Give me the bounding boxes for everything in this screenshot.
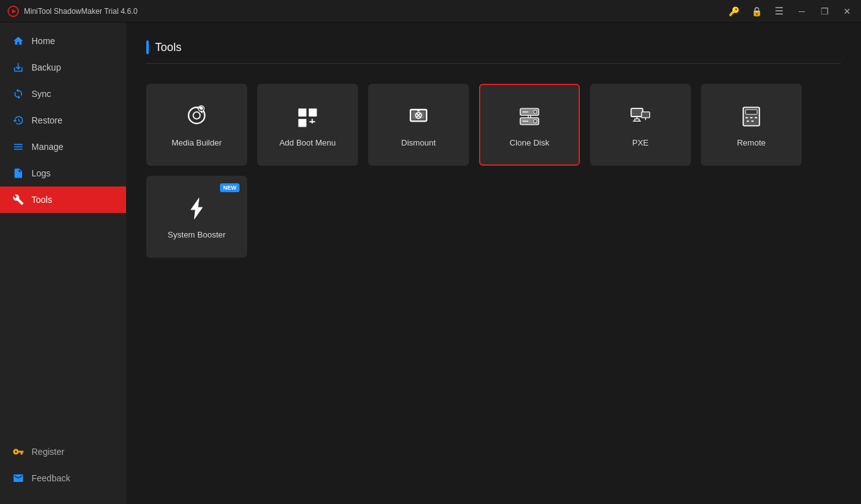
- tool-card-label-system-booster: System Booster: [168, 230, 226, 239]
- tool-card-label-dismount: Dismount: [402, 138, 436, 147]
- sidebar-item-restore[interactable]: Restore: [0, 107, 126, 134]
- sidebar-item-feedback[interactable]: Feedback: [0, 465, 126, 491]
- key-icon[interactable]: 🔑: [727, 5, 740, 18]
- tool-card-label-add-boot-menu: Add Boot Menu: [279, 138, 336, 147]
- system-booster-icon: [183, 195, 211, 222]
- sidebar: Home Backup Sync Restore: [0, 23, 126, 504]
- svg-rect-23: [642, 112, 650, 117]
- content-area: Tools Media Builder: [126, 23, 861, 504]
- svg-point-20: [533, 119, 537, 123]
- page-title-row: Tools: [146, 40, 841, 64]
- sidebar-label-home: Home: [32, 36, 55, 46]
- menu-icon[interactable]: ☰: [773, 5, 785, 18]
- sidebar-label-tools: Tools: [32, 195, 52, 205]
- new-badge: NEW: [220, 183, 240, 192]
- tool-card-remote[interactable]: Remote: [701, 84, 802, 166]
- pxe-icon: [627, 103, 654, 130]
- title-bar: MiniTool ShadowMaker Trial 4.6.0 🔑 🔒 ☰ ─…: [0, 0, 861, 23]
- home-icon: [13, 35, 24, 47]
- sidebar-label-register: Register: [32, 447, 64, 457]
- sidebar-label-restore: Restore: [32, 115, 62, 125]
- svg-point-17: [533, 110, 537, 113]
- tool-card-label-remote: Remote: [737, 138, 766, 147]
- register-icon: [13, 446, 24, 457]
- sidebar-item-tools[interactable]: Tools: [0, 186, 126, 213]
- svg-rect-9: [309, 121, 315, 122]
- sidebar-bottom: Register Feedback: [0, 438, 126, 504]
- tool-card-add-boot-menu[interactable]: Add Boot Menu: [257, 84, 358, 166]
- tools-grid: Media Builder Add Boot Menu: [146, 84, 841, 258]
- svg-rect-32: [746, 110, 757, 114]
- sidebar-item-manage[interactable]: Manage: [0, 134, 126, 160]
- dismount-icon: [405, 103, 432, 130]
- sidebar-label-backup: Backup: [32, 62, 61, 72]
- restore-icon: [13, 115, 24, 126]
- svg-rect-22: [631, 108, 642, 117]
- svg-rect-7: [298, 118, 306, 127]
- minimize-button[interactable]: ─: [795, 5, 808, 18]
- sidebar-item-backup[interactable]: Backup: [0, 54, 126, 81]
- lock-icon[interactable]: 🔒: [750, 5, 763, 18]
- sidebar-item-sync[interactable]: Sync: [0, 81, 126, 107]
- sidebar-item-home[interactable]: Home: [0, 28, 126, 54]
- page-title: Tools: [155, 41, 182, 54]
- sidebar-label-feedback: Feedback: [32, 473, 70, 483]
- tool-card-system-booster[interactable]: NEW System Booster: [146, 176, 247, 258]
- window-controls: 🔑 🔒 ☰ ─ ❐ ✕: [727, 5, 853, 18]
- sidebar-label-logs: Logs: [32, 168, 50, 178]
- feedback-icon: [13, 472, 24, 484]
- tool-card-pxe[interactable]: PXE: [590, 84, 691, 166]
- remote-icon: [737, 103, 765, 130]
- title-accent-bar: [146, 40, 149, 54]
- clone-disk-icon: [516, 103, 543, 130]
- tools-icon: [13, 194, 24, 205]
- restore-button[interactable]: ❐: [818, 5, 831, 18]
- svg-marker-1: [12, 9, 16, 13]
- sidebar-item-logs[interactable]: Logs: [0, 160, 126, 186]
- tool-card-label-clone-disk: Clone Disk: [510, 138, 550, 147]
- app-title: MiniTool ShadowMaker Trial 4.6.0: [24, 7, 137, 16]
- tool-card-clone-disk[interactable]: Clone Disk: [479, 84, 580, 166]
- app-icon: [8, 6, 19, 17]
- svg-rect-5: [298, 108, 306, 117]
- tool-card-label-media-builder: Media Builder: [171, 138, 222, 147]
- svg-rect-6: [309, 108, 317, 117]
- main-layout: Home Backup Sync Restore: [0, 23, 861, 504]
- media-builder-icon: [183, 103, 211, 130]
- add-boot-menu-icon: [294, 103, 321, 130]
- close-button[interactable]: ✕: [841, 5, 853, 18]
- sync-icon: [13, 88, 24, 100]
- logs-icon: [13, 168, 24, 179]
- sidebar-label-manage: Manage: [32, 142, 64, 152]
- app-logo: MiniTool ShadowMaker Trial 4.6.0: [8, 6, 727, 17]
- sidebar-nav: Home Backup Sync Restore: [0, 28, 126, 438]
- sidebar-label-sync: Sync: [32, 89, 51, 99]
- svg-point-3: [194, 112, 200, 118]
- tool-card-dismount[interactable]: Dismount: [368, 84, 469, 166]
- tool-card-label-pxe: PXE: [632, 138, 649, 147]
- manage-icon: [13, 141, 24, 152]
- sidebar-item-register[interactable]: Register: [0, 438, 126, 465]
- backup-icon: [13, 62, 24, 73]
- tool-card-media-builder[interactable]: Media Builder: [146, 84, 247, 166]
